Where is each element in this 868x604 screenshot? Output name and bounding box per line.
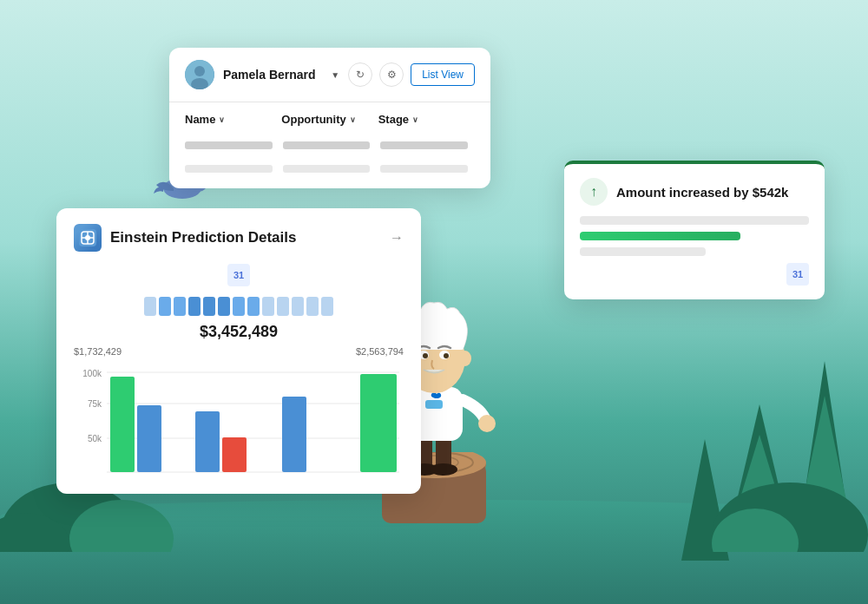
svg-rect-51 (110, 377, 135, 472)
prediction-header: Einstein Prediction Details → (74, 224, 404, 252)
bar-seg (218, 297, 230, 316)
bar-center-value: $3,452,489 (74, 323, 404, 341)
amount-header: ↑ Amount increased by $542k (580, 178, 809, 206)
crm-cell (380, 165, 468, 173)
amount-rows (580, 216, 809, 256)
col-name[interactable]: Name ∨ (185, 113, 281, 126)
user-dropdown-arrow[interactable]: ▼ (331, 70, 339, 80)
crm-cell (185, 141, 273, 149)
svg-point-43 (85, 235, 90, 240)
avatar (185, 60, 214, 89)
bar-seg (203, 297, 215, 316)
bar-seg (159, 297, 171, 316)
bar-seg (188, 297, 201, 316)
amount-row-3 (580, 247, 706, 256)
calendar-badge-amount: 31 (786, 263, 809, 286)
chart-area: 100k 75k 50k (74, 364, 404, 476)
svg-point-22 (478, 415, 496, 432)
bar-seg (247, 297, 260, 316)
amount-progress-bar (580, 232, 740, 240)
calendar-badge-prediction: 31 (227, 264, 250, 286)
crm-cell (283, 165, 371, 173)
bar-seg (233, 297, 245, 316)
prediction-card: Einstein Prediction Details → 31 $3,452,… (56, 208, 421, 494)
prediction-bar-track (74, 297, 404, 316)
bushes-right (712, 448, 868, 552)
refresh-button[interactable]: ↻ (348, 62, 372, 87)
amount-footer: 31 (580, 263, 809, 286)
svg-rect-55 (282, 397, 306, 472)
svg-rect-53 (195, 411, 220, 472)
prediction-arrow-link[interactable]: → (390, 230, 404, 246)
svg-point-28 (444, 353, 449, 358)
svg-point-18 (430, 463, 457, 476)
bar-seg (262, 297, 274, 316)
header-actions: ↻ ⚙ List View (348, 62, 475, 87)
svg-text:100k: 100k (82, 369, 102, 378)
svg-rect-56 (360, 374, 397, 472)
col-opportunity[interactable]: Opportunity ∨ (281, 113, 378, 126)
settings-button[interactable]: ⚙ (379, 62, 404, 87)
prediction-title: Einstein Prediction Details (110, 229, 381, 246)
list-view-button[interactable]: List View (411, 63, 475, 86)
crm-cell (283, 141, 371, 149)
crm-card: Pamela Bernard ▼ ↻ ⚙ List View Name ∨ Op… (169, 48, 490, 188)
svg-text:75k: 75k (88, 399, 102, 409)
column-headers: Name ∨ Opportunity ∨ Stage ∨ (169, 102, 490, 133)
amount-card: ↑ Amount increased by $542k 31 (564, 161, 825, 299)
bar-seg (174, 297, 186, 316)
bar-seg (292, 297, 304, 316)
range-high: $2,563,794 (356, 346, 404, 357)
range-low: $1,732,429 (74, 346, 122, 357)
bar-range: $1,732,429 $2,563,794 (74, 346, 404, 357)
amount-title: Amount increased by $542k (616, 185, 788, 200)
bar-seg (306, 297, 319, 316)
bar-seg (144, 297, 156, 316)
bar-seg (321, 297, 333, 316)
col-stage[interactable]: Stage ∨ (378, 113, 475, 126)
crm-row-1 (185, 138, 475, 153)
crm-cell (380, 141, 468, 149)
crm-card-header: Pamela Bernard ▼ ↻ ⚙ List View (169, 48, 490, 102)
svg-rect-54 (222, 437, 247, 472)
svg-rect-20 (425, 400, 443, 409)
amount-row-1 (580, 216, 809, 225)
crm-cell (185, 165, 273, 173)
crm-data-rows (169, 133, 490, 188)
svg-point-37 (194, 66, 205, 76)
crm-row-2 (185, 161, 475, 176)
svg-text:50k: 50k (88, 434, 102, 443)
svg-point-30 (459, 351, 471, 366)
prediction-chart: 100k 75k 50k (74, 364, 404, 476)
einstein-icon (74, 224, 102, 252)
up-arrow-icon: ↑ (580, 178, 608, 206)
bar-seg (277, 297, 289, 316)
svg-rect-52 (137, 405, 161, 472)
user-name-text: Pamela Bernard (223, 68, 319, 82)
svg-point-27 (423, 353, 428, 358)
